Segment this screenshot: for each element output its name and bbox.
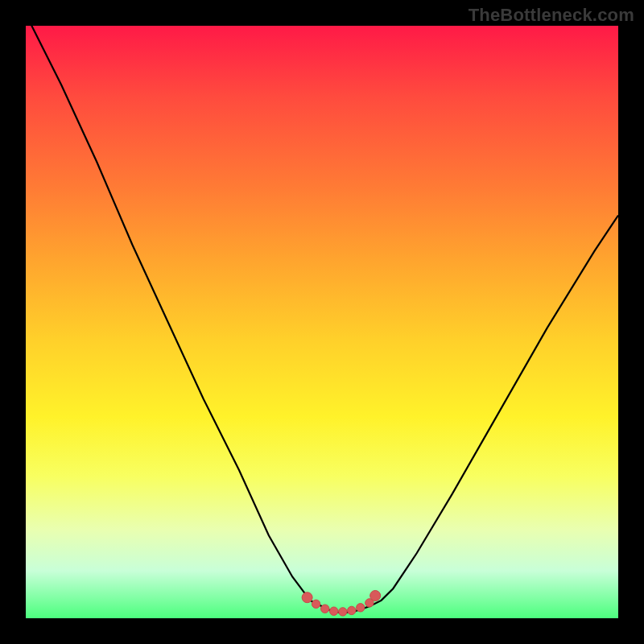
optimal-marker xyxy=(357,604,365,612)
watermark-text: TheBottleneck.com xyxy=(469,5,634,26)
optimal-marker xyxy=(348,606,356,614)
optimal-band-markers xyxy=(302,591,381,617)
optimal-marker xyxy=(302,592,312,603)
plot-area xyxy=(26,26,618,618)
chart-frame: TheBottleneck.com xyxy=(0,0,644,644)
optimal-marker xyxy=(330,607,338,615)
optimal-marker xyxy=(370,591,381,601)
optimal-marker xyxy=(312,600,320,608)
optimal-marker xyxy=(339,608,347,616)
curve-layer xyxy=(26,26,618,618)
bottleneck-curve xyxy=(26,26,618,613)
optimal-marker xyxy=(321,605,329,613)
